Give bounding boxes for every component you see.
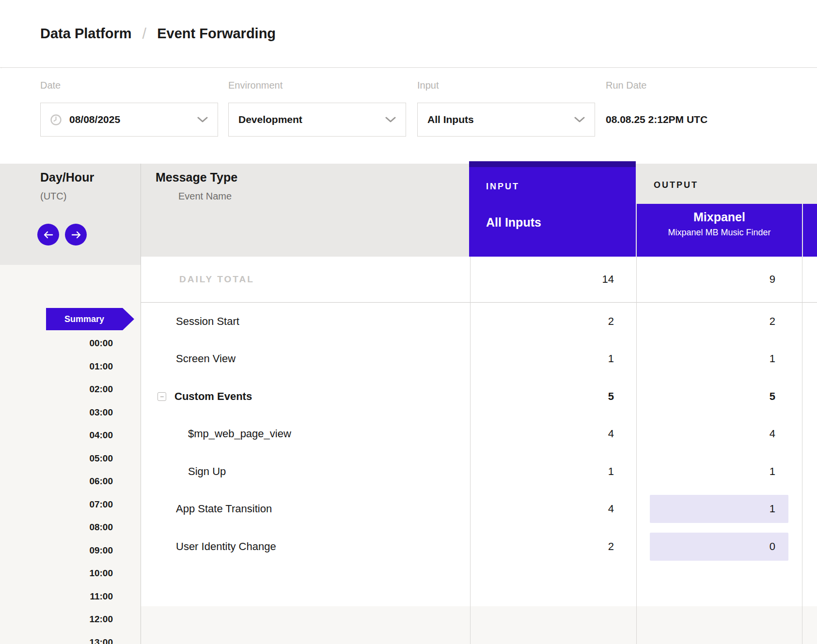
hour-list: 00:00 01:00 02:00 03:00 04:00 05:00 06:0… — [0, 332, 113, 644]
event-rows: Session Start 2 2 Screen View 1 1 − Cust… — [141, 303, 817, 606]
hour-item[interactable]: 04:00 — [0, 424, 113, 447]
summary-label: Summary — [64, 314, 104, 324]
chevron-down-icon — [385, 117, 396, 123]
date-value: 08/08/2025 — [69, 114, 120, 125]
chevron-down-icon — [197, 117, 208, 123]
output-column-name: Mixpanel — [637, 210, 802, 224]
output-count: 4 — [650, 420, 788, 448]
next-output-column-partial — [803, 204, 817, 257]
input-count: 5 — [608, 390, 614, 403]
date-label: Date — [40, 80, 61, 91]
run-date-value: 08.08.25 2:12PM UTC — [606, 103, 707, 137]
table-row: User Identity Change 2 0 — [141, 528, 817, 566]
hour-item[interactable]: 00:00 — [0, 332, 113, 355]
column-divider — [636, 257, 637, 644]
hour-item[interactable]: 13:00 — [0, 631, 113, 644]
output-section-label: OUTPUT — [654, 180, 698, 190]
page-title: Event Forwarding — [157, 26, 276, 42]
run-date-label: Run Date — [606, 80, 647, 91]
timeline-column: Summary 00:00 01:00 02:00 03:00 04:00 05… — [0, 265, 141, 644]
event-name: User Identity Change — [176, 540, 276, 553]
input-count: 4 — [608, 503, 614, 515]
environment-value: Development — [238, 114, 302, 125]
column-divider — [141, 164, 141, 644]
date-dropdown[interactable]: 08/08/2025 — [40, 103, 218, 137]
filter-bar: Date 08/08/2025 Environment Development … — [0, 68, 817, 164]
breadcrumb-separator: / — [132, 25, 157, 43]
environment-dropdown[interactable]: Development — [228, 103, 406, 137]
hour-item[interactable]: 07:00 — [0, 493, 113, 516]
output-count: 1 — [650, 345, 788, 373]
day-hour-title: Day/Hour — [40, 170, 94, 184]
input-filter-value: All Inputs — [427, 114, 474, 125]
event-name: Session Start — [176, 315, 239, 328]
output-column-subtitle: Mixpanel MB Music Finder — [637, 228, 802, 238]
table-row: App State Transition 4 1 — [141, 491, 817, 528]
input-count: 2 — [608, 315, 614, 328]
output-count-highlighted: 1 — [650, 495, 788, 523]
daily-total-row: DAILY TOTAL 14 9 — [141, 257, 817, 303]
hour-item[interactable]: 06:00 — [0, 470, 113, 493]
hour-item[interactable]: 09:00 — [0, 539, 113, 562]
input-column-header[interactable]: INPUT All Inputs — [469, 161, 636, 257]
hour-item[interactable]: 08:00 — [0, 516, 113, 539]
input-count: 2 — [608, 540, 614, 553]
environment-label: Environment — [228, 80, 283, 91]
hour-item[interactable]: 05:00 — [0, 447, 113, 470]
hour-item[interactable]: 03:00 — [0, 401, 113, 424]
input-count: 4 — [608, 428, 614, 440]
event-name: App State Transition — [176, 503, 272, 515]
table-row: − Custom Events 5 5 — [141, 378, 817, 415]
hour-item[interactable]: 01:00 — [0, 355, 113, 378]
daily-total-input-value: 14 — [602, 273, 614, 286]
next-day-button[interactable] — [65, 224, 87, 245]
clock-icon — [50, 114, 62, 125]
daily-total-output-value: 9 — [650, 265, 788, 293]
input-column-name: All Inputs — [486, 215, 541, 230]
event-name: Screen View — [176, 353, 236, 365]
table-row: Session Start 2 2 — [141, 303, 817, 340]
breadcrumb-section[interactable]: Data Platform — [40, 26, 132, 42]
breadcrumb: Data Platform / Event Forwarding — [40, 25, 276, 43]
hour-item[interactable]: 10:00 — [0, 562, 113, 585]
input-count: 1 — [608, 465, 614, 478]
input-filter-label: Input — [417, 80, 439, 91]
event-name: $mp_web_page_view — [188, 428, 291, 440]
daily-total-label: DAILY TOTAL — [179, 257, 254, 302]
previous-day-button[interactable] — [37, 224, 59, 245]
collapse-icon[interactable]: − — [157, 392, 166, 401]
input-count: 1 — [608, 353, 614, 365]
output-count: 2 — [650, 307, 788, 336]
column-divider — [802, 257, 802, 644]
hour-item[interactable]: 02:00 — [0, 378, 113, 401]
hour-item[interactable]: 11:00 — [0, 585, 113, 608]
input-column-label: INPUT — [486, 182, 519, 192]
table-row: $mp_web_page_view 4 4 — [141, 415, 817, 453]
output-count: 1 — [650, 458, 788, 486]
message-type-title: Message Type — [156, 170, 237, 184]
summary-flag-arrow — [123, 308, 134, 330]
table-row: Screen View 1 1 — [141, 340, 817, 378]
table-row: Sign Up 1 1 — [141, 453, 817, 491]
column-divider — [470, 257, 471, 644]
message-type-subtitle: Event Name — [178, 191, 232, 202]
hour-item[interactable]: 12:00 — [0, 608, 113, 631]
input-dropdown[interactable]: All Inputs — [417, 103, 595, 137]
table-footer-band — [141, 606, 817, 644]
summary-flag[interactable]: Summary — [46, 308, 123, 330]
chevron-down-icon — [574, 117, 585, 123]
event-name: Sign Up — [188, 465, 226, 478]
output-count: 5 — [650, 383, 788, 411]
day-hour-subtitle: (UTC) — [40, 191, 66, 202]
breadcrumb-bar: Data Platform / Event Forwarding — [0, 0, 817, 68]
output-column-header[interactable]: Mixpanel Mixpanel MB Music Finder — [637, 204, 802, 257]
output-count-highlighted: 0 — [650, 533, 788, 561]
event-name: Custom Events — [174, 390, 252, 403]
